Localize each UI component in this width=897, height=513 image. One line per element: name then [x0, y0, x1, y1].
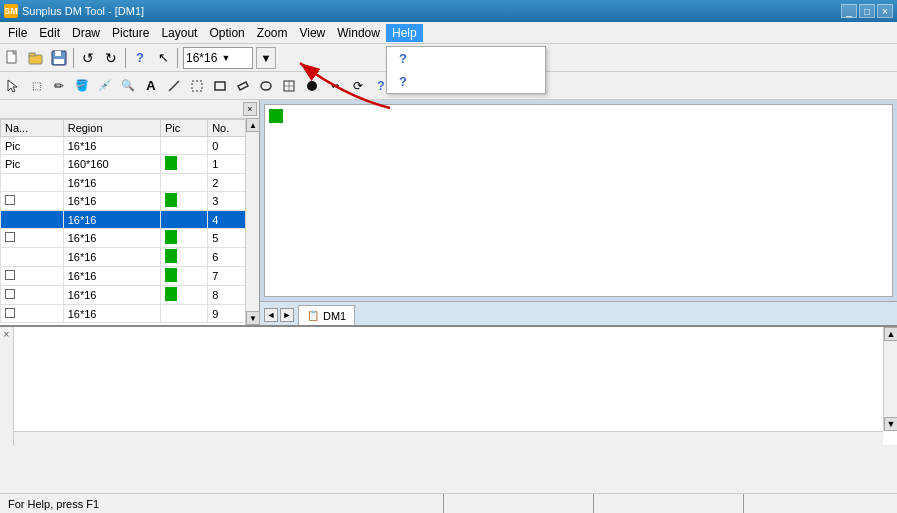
col-header-pic: Pic: [160, 120, 207, 137]
toolbar-separator-2: [125, 48, 126, 68]
status-bar: For Help, press F1: [0, 493, 897, 513]
bucket-tool[interactable]: 🪣: [71, 75, 93, 97]
bottom-scroll-down[interactable]: ▼: [884, 417, 897, 431]
table-row[interactable]: 16*169: [1, 305, 259, 323]
rect-tool[interactable]: [209, 75, 231, 97]
green-indicator: [165, 230, 177, 244]
green-indicator: [165, 287, 177, 301]
status-section-3: [743, 494, 893, 513]
table-row[interactable]: 16*163: [1, 192, 259, 211]
green-indicator: [165, 156, 177, 170]
tab-next-button[interactable]: ►: [280, 308, 294, 322]
canvas-inner: [264, 104, 893, 297]
menu-picture[interactable]: Picture: [106, 24, 155, 42]
table-row[interactable]: 16*162: [1, 174, 259, 192]
toolbar-separator-3: [177, 48, 178, 68]
help-topics-icon: ?: [399, 51, 407, 66]
title-text: Sunplus DM Tool - [DM1]: [22, 5, 144, 17]
cell-region: 16*16: [63, 137, 160, 155]
maximize-button[interactable]: □: [859, 4, 875, 18]
menu-zoom[interactable]: Zoom: [251, 24, 294, 42]
scroll-up-button[interactable]: ▲: [246, 118, 260, 132]
title-controls[interactable]: _ □ ×: [841, 4, 893, 18]
cell-pic: [160, 267, 207, 286]
menu-help[interactable]: Help ? Help Topics ? About DM Tool...: [386, 24, 423, 42]
left-panel-scrollbar[interactable]: ▲ ▼: [245, 118, 259, 325]
ellipse-tool[interactable]: [255, 75, 277, 97]
table-row[interactable]: Pic160*1601: [1, 155, 259, 174]
menu-draw[interactable]: Draw: [66, 24, 106, 42]
cell-pic: [160, 137, 207, 155]
scroll-down-button[interactable]: ▼: [246, 311, 260, 325]
pencil-tool[interactable]: ✏: [48, 75, 70, 97]
menu-layout[interactable]: Layout: [155, 24, 203, 42]
lasso-tool[interactable]: ⬚: [25, 75, 47, 97]
tab-dm1[interactable]: 📋 DM1: [298, 305, 355, 325]
select-tool[interactable]: [2, 75, 24, 97]
save-button[interactable]: [48, 47, 70, 69]
bottom-scrollbar[interactable]: ▲ ▼: [883, 327, 897, 431]
size-expand-button[interactable]: ▼: [256, 47, 276, 69]
redo-button[interactable]: ↻: [100, 47, 122, 69]
table-container[interactable]: Na... Region Pic No. Pic16*160Pic160*160…: [0, 119, 259, 325]
cell-pic: [160, 211, 207, 229]
toolbar-separator: [73, 48, 74, 68]
panel-header-label: [2, 104, 5, 115]
cell-region: 16*16: [63, 192, 160, 211]
fill-circle-tool[interactable]: [301, 75, 323, 97]
menu-view[interactable]: View: [293, 24, 331, 42]
help-button[interactable]: ?: [129, 47, 151, 69]
svg-point-12: [261, 82, 271, 90]
zoom-tool[interactable]: 🔍: [117, 75, 139, 97]
menu-help-topics[interactable]: ? Help Topics: [387, 47, 545, 70]
table-row[interactable]: 16*167: [1, 267, 259, 286]
close-button[interactable]: ×: [877, 4, 893, 18]
bottom-scroll-up[interactable]: ▲: [884, 327, 897, 341]
help-topics-label: Help Topics: [413, 51, 475, 65]
menu-window[interactable]: Window: [331, 24, 386, 42]
menu-bar: File Edit Draw Picture Layout Option Zoo…: [0, 22, 897, 44]
rect-select-tool[interactable]: [186, 75, 208, 97]
tab-bar: ◄ ► 📋 DM1: [260, 301, 897, 325]
bottom-panel-marker: ×: [4, 329, 10, 340]
size-dropdown[interactable]: 16*16 ▼: [183, 47, 253, 69]
green-indicator: [165, 249, 177, 263]
eyedrop-tool[interactable]: 💉: [94, 75, 116, 97]
menu-file[interactable]: File: [2, 24, 33, 42]
grid-tool[interactable]: [278, 75, 300, 97]
text-tool[interactable]: A: [140, 75, 162, 97]
cell-region: 16*16: [63, 174, 160, 192]
mirror-tool[interactable]: ⇔: [324, 75, 346, 97]
table-row[interactable]: 16*165: [1, 229, 259, 248]
table-row[interactable]: 16*164: [1, 211, 259, 229]
svg-line-8: [169, 81, 179, 91]
menu-edit[interactable]: Edit: [33, 24, 66, 42]
table-row[interactable]: 16*166: [1, 248, 259, 267]
minimize-button[interactable]: _: [841, 4, 857, 18]
table-row[interactable]: Pic16*160: [1, 137, 259, 155]
bottom-panel: × ▲ ▼: [0, 325, 897, 445]
panel-close-button[interactable]: ×: [243, 102, 257, 116]
undo-button[interactable]: ↺: [77, 47, 99, 69]
canvas-pixel: [269, 109, 283, 123]
menu-option[interactable]: Option: [203, 24, 250, 42]
bottom-hscrollbar[interactable]: [14, 431, 883, 445]
status-section-1: [443, 494, 593, 513]
cell-region: 16*16: [63, 267, 160, 286]
cell-pic: [160, 155, 207, 174]
line-tool[interactable]: [163, 75, 185, 97]
table-row[interactable]: 16*168: [1, 286, 259, 305]
rotate-tool[interactable]: ⟳: [347, 75, 369, 97]
cell-pic: [160, 248, 207, 267]
row-checkbox: [5, 195, 15, 205]
svg-point-16: [307, 81, 317, 91]
open-button[interactable]: [25, 47, 47, 69]
menu-about-dm[interactable]: ? About DM Tool...: [387, 70, 545, 93]
parallelogram-tool[interactable]: [232, 75, 254, 97]
svg-rect-10: [215, 82, 225, 90]
cursor-button[interactable]: ↖: [152, 47, 174, 69]
tab-prev-button[interactable]: ◄: [264, 308, 278, 322]
svg-rect-3: [29, 53, 35, 56]
canvas-area[interactable]: ◄ ► 📋 DM1: [260, 100, 897, 325]
new-button[interactable]: [2, 47, 24, 69]
